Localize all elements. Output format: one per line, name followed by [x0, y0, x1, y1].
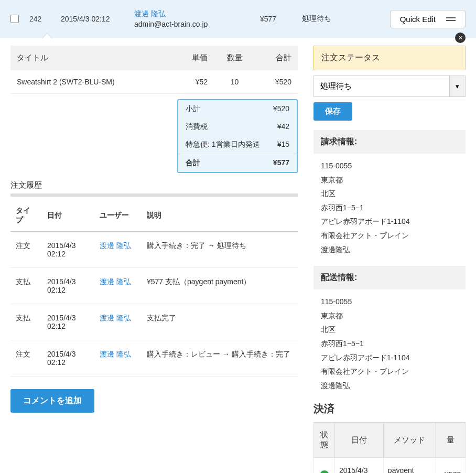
address-line: 赤羽西1−5−1 [321, 337, 458, 351]
history-date: 2015/4/3 02:12 [42, 232, 94, 268]
address-line: 115-0055 [321, 295, 458, 309]
address-line: 有限会社アクト・ブレイン [321, 229, 458, 243]
col-type: タイプ [10, 200, 42, 232]
item-title: Sweatshirt 2 (SWT2-BLU-SM) [10, 70, 172, 94]
address-line: 赤羽西1−5−1 [321, 201, 458, 215]
status-dropdown-button[interactable]: ▾ [450, 76, 466, 97]
payment-row: ✓ 2015/4/3 02:12 paygent payment ¥577 [314, 458, 466, 473]
history-type: 注文 [10, 340, 42, 377]
order-date: 2015/4/3 02:12 [61, 15, 124, 23]
order-status: 処理待ち [302, 14, 344, 24]
col-title: タイトル [10, 46, 172, 70]
add-comment-button[interactable]: コメントを追加 [10, 389, 94, 413]
item-subtotal: ¥520 [255, 70, 298, 94]
tax-value: ¥42 [277, 122, 289, 132]
history-date: 2015/4/3 02:12 [42, 268, 94, 304]
pay-amount: ¥577 [436, 458, 466, 473]
col-date: 日付 [42, 200, 94, 232]
payment-table: 状態 日付 メソッド 量 ✓ 2015/4/3 02:12 paygent pa… [313, 422, 466, 473]
history-type: 注文 [10, 232, 42, 268]
col-amount: 量 [436, 423, 466, 458]
save-button[interactable]: 保存 [313, 102, 352, 121]
menu-icon [446, 17, 456, 21]
billing-header: 請求情報: [313, 130, 466, 154]
col-desc: 説明 [142, 200, 298, 232]
col-subtotal: 合計 [255, 46, 298, 70]
address-line: アピレ赤羽アボード1-1104 [321, 214, 458, 229]
item-price: ¥52 [172, 70, 214, 94]
col-qty: 数量 [214, 46, 255, 70]
item-row: Sweatshirt 2 (SWT2-BLU-SM) ¥52 10 ¥520 [10, 70, 298, 94]
select-order-checkbox[interactable] [10, 15, 19, 23]
history-row: 支払 2015/4/3 02:12 渡邊 隆弘 ¥577 支払（paygent … [10, 268, 298, 304]
total-value: ¥577 [273, 158, 289, 168]
history-user-link[interactable]: 渡邊 隆弘 [100, 350, 131, 358]
col-user: ユーザー [94, 200, 142, 232]
history-date: 2015/4/3 02:12 [42, 304, 94, 340]
chevron-down-icon: ▾ [456, 82, 459, 90]
shipping-header: 配送情報: [313, 266, 466, 289]
customer-name-link[interactable]: 渡邊 隆弘 [134, 9, 250, 19]
shipping-label: 特急便: 1営業日内発送 [186, 140, 260, 149]
order-row: 242 2015/4/3 02:12 渡邊 隆弘 admin@act-brain… [0, 0, 476, 38]
address-line: 115-0055 [321, 159, 458, 173]
history-title: 注文履歴 [10, 173, 298, 194]
order-id: 242 [29, 15, 50, 23]
history-date: 2015/4/3 02:12 [42, 340, 94, 377]
panel-pointer [42, 34, 52, 39]
history-row: 注文 2015/4/3 02:12 渡邊 隆弘 購入手続き：完了 → 処理待ち [10, 232, 298, 268]
total-label: 合計 [186, 158, 200, 168]
address-line: 北区 [321, 322, 458, 337]
status-select[interactable]: 処理待ち [313, 76, 450, 97]
history-row: 注文 2015/4/3 02:12 渡邊 隆弘 購入手続き：レビュー → 購入手… [10, 340, 298, 377]
pay-date: 2015/4/3 02:12 [335, 458, 384, 473]
address-line: 北区 [321, 187, 458, 201]
address-line: 東京都 [321, 309, 458, 323]
history-desc: 支払完了 [142, 304, 298, 340]
history-desc: 購入手続き：レビュー → 購入手続き：完了 [142, 340, 298, 377]
billing-info: 115-0055東京都北区赤羽西1−5−1アピレ赤羽アボード1-1104有限会社… [313, 154, 466, 256]
pay-method: paygent payment [383, 458, 436, 473]
history-row: 支払 2015/4/3 02:12 渡邊 隆弘 支払完了 [10, 304, 298, 340]
tax-label: 消費税 [186, 122, 208, 132]
payment-title: 決済 [313, 402, 466, 416]
check-icon: ✓ [320, 470, 329, 473]
quick-edit-label: Quick Edit [400, 15, 436, 24]
history-user-link[interactable]: 渡邊 隆弘 [100, 314, 131, 322]
address-line: 渡邊隆弘 [321, 379, 458, 393]
address-line: 東京都 [321, 173, 458, 187]
quick-edit-button[interactable]: Quick Edit [390, 10, 466, 28]
col-method: メソッド [383, 423, 436, 458]
history-table: タイプ 日付 ユーザー 説明 注文 2015/4/3 02:12 渡邊 隆弘 購… [10, 200, 298, 377]
history-desc: ¥577 支払（paygent payment） [142, 268, 298, 304]
history-user-link[interactable]: 渡邊 隆弘 [100, 277, 131, 286]
address-line: アピレ赤羽アボード1-1104 [321, 351, 458, 365]
divider-bar [10, 194, 298, 197]
col-paydate: 日付 [335, 423, 384, 458]
subtotal-label: 小計 [186, 104, 200, 114]
history-type: 支払 [10, 268, 42, 304]
address-line: 有限会社アクト・ブレイン [321, 364, 458, 379]
col-price: 単価 [172, 46, 214, 70]
close-button[interactable]: ✕ [455, 33, 466, 43]
customer-email: admin@act-brain.co.jp [134, 20, 250, 28]
col-state: 状態 [314, 423, 335, 458]
shipping-value: ¥15 [277, 140, 289, 149]
close-icon: ✕ [458, 35, 463, 41]
order-total: ¥577 [260, 15, 291, 23]
totals-box: 小計¥520 消費税¥42 特急便: 1営業日内発送¥15 合計¥577 [177, 99, 298, 173]
status-title: 注文ステータス [313, 46, 466, 70]
history-user-link[interactable]: 渡邊 隆弘 [100, 241, 131, 250]
shipping-info: 115-0055東京都北区赤羽西1−5−1アピレ赤羽アボード1-1104有限会社… [313, 289, 466, 392]
items-table: タイトル 単価 数量 合計 Sweatshirt 2 (SWT2-BLU-SM)… [10, 46, 298, 94]
history-type: 支払 [10, 304, 42, 340]
item-qty: 10 [214, 70, 255, 94]
subtotal-value: ¥520 [273, 104, 289, 114]
history-desc: 購入手続き：完了 → 処理待ち [142, 232, 298, 268]
address-line: 渡邊隆弘 [321, 243, 458, 257]
